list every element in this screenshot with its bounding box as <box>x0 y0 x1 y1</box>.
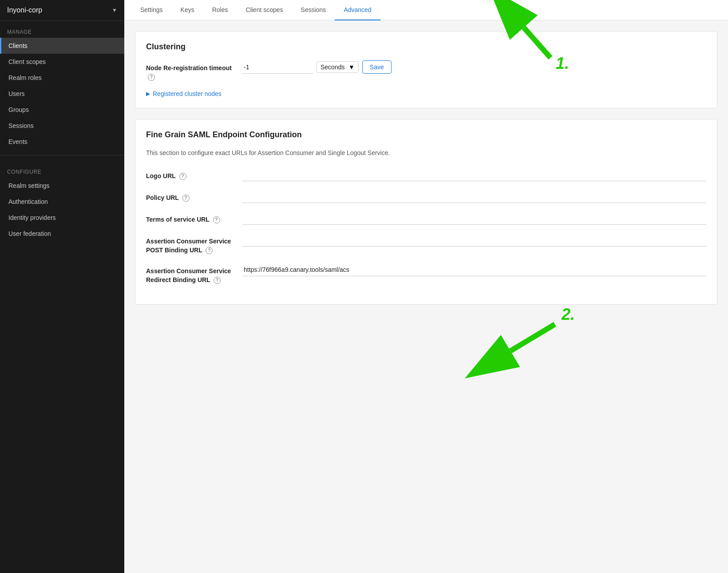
sidebar-item-realm-roles[interactable]: Realm roles <box>0 70 124 86</box>
seconds-select[interactable]: Seconds Minutes Hours Days <box>320 64 347 71</box>
manage-section-label: Manage <box>0 21 124 38</box>
configure-section-label: Configure <box>0 161 124 178</box>
fine-grain-description: This section to configure exact URLs for… <box>146 148 706 158</box>
sidebar-item-events[interactable]: Events <box>0 134 124 150</box>
node-reregistration-input[interactable] <box>242 61 313 74</box>
logo-url-label: Logo URL ? <box>146 168 235 181</box>
terms-url-help-icon[interactable]: ? <box>213 216 220 223</box>
sidebar-item-clients[interactable]: Clients <box>0 38 124 54</box>
sidebar-item-sessions[interactable]: Sessions <box>0 118 124 134</box>
chevron-right-icon: ▶ <box>146 91 150 97</box>
logo-url-help-icon[interactable]: ? <box>179 173 186 180</box>
sidebar-item-users[interactable]: Users <box>0 86 124 102</box>
tab-settings[interactable]: Settings <box>131 0 172 20</box>
node-reregistration-label: Node Re-registration timeout ? <box>146 60 235 81</box>
seconds-select-wrapper[interactable]: Seconds Minutes Hours Days ▼ <box>317 61 359 73</box>
sidebar: Inyoni-corp ▼ Manage Clients Client scop… <box>0 0 124 573</box>
node-reregistration-control: Seconds Minutes Hours Days ▼ Save <box>242 60 706 74</box>
tab-roles[interactable]: Roles <box>203 0 237 20</box>
sidebar-item-groups[interactable]: Groups <box>0 102 124 118</box>
registered-cluster-nodes-link[interactable]: ▶ Registered cluster nodes <box>146 90 706 97</box>
terms-url-control <box>242 212 706 225</box>
tab-advanced[interactable]: Advanced <box>335 0 380 20</box>
policy-url-input[interactable] <box>242 190 706 203</box>
sidebar-item-realm-settings[interactable]: Realm settings <box>0 178 124 194</box>
assertion-redirect-row: Assertion Consumer Service Redirect Bind… <box>146 263 706 284</box>
clustering-title: Clustering <box>146 42 706 52</box>
assertion-redirect-input[interactable] <box>242 263 706 276</box>
node-reregistration-row: Node Re-registration timeout ? Seconds M… <box>146 60 706 81</box>
assertion-post-row: Assertion Consumer Service POST Binding … <box>146 234 706 255</box>
logo-url-row: Logo URL ? <box>146 168 706 181</box>
realm-name: Inyoni-corp <box>7 6 42 14</box>
assertion-post-control <box>242 234 706 247</box>
logo-url-control <box>242 168 706 181</box>
logo-url-input[interactable] <box>242 168 706 181</box>
tab-keys[interactable]: Keys <box>172 0 203 20</box>
assertion-redirect-help-icon[interactable]: ? <box>214 277 221 284</box>
policy-url-control <box>242 190 706 203</box>
main-area: 1. 2. Settings Keys Roles Client scopes … <box>124 0 728 573</box>
assertion-post-input[interactable] <box>242 234 706 247</box>
tab-client-scopes[interactable]: Client scopes <box>237 0 292 20</box>
tab-sessions[interactable]: Sessions <box>292 0 335 20</box>
terms-url-input[interactable] <box>242 212 706 225</box>
realm-selector[interactable]: Inyoni-corp ▼ <box>0 0 124 21</box>
content-area: Clustering Node Re-registration timeout … <box>124 20 728 573</box>
fine-grain-title: Fine Grain SAML Endpoint Configuration <box>146 130 706 139</box>
sidebar-item-identity-providers[interactable]: Identity providers <box>0 210 124 226</box>
sidebar-item-client-scopes[interactable]: Client scopes <box>0 54 124 70</box>
fine-grain-saml-section: Fine Grain SAML Endpoint Configuration T… <box>135 119 717 304</box>
policy-url-label: Policy URL ? <box>146 190 235 203</box>
policy-url-help-icon[interactable]: ? <box>182 195 190 202</box>
assertion-redirect-control <box>242 263 706 276</box>
assertion-redirect-label: Assertion Consumer Service Redirect Bind… <box>146 263 235 284</box>
sidebar-item-user-federation[interactable]: User federation <box>0 226 124 242</box>
tabs-bar: Settings Keys Roles Client scopes Sessio… <box>124 0 728 20</box>
sidebar-item-authentication[interactable]: Authentication <box>0 194 124 210</box>
assertion-post-label: Assertion Consumer Service POST Binding … <box>146 234 235 255</box>
policy-url-row: Policy URL ? <box>146 190 706 203</box>
clustering-section: Clustering Node Re-registration timeout … <box>135 31 717 108</box>
node-reregistration-help-icon[interactable]: ? <box>148 74 155 81</box>
select-chevron-icon: ▼ <box>348 64 355 71</box>
save-button[interactable]: Save <box>362 60 392 74</box>
sidebar-divider <box>0 155 124 155</box>
terms-url-row: Terms of service URL ? <box>146 212 706 225</box>
terms-url-label: Terms of service URL ? <box>146 212 235 224</box>
assertion-post-help-icon[interactable]: ? <box>206 247 213 254</box>
realm-chevron-icon: ▼ <box>112 7 117 13</box>
